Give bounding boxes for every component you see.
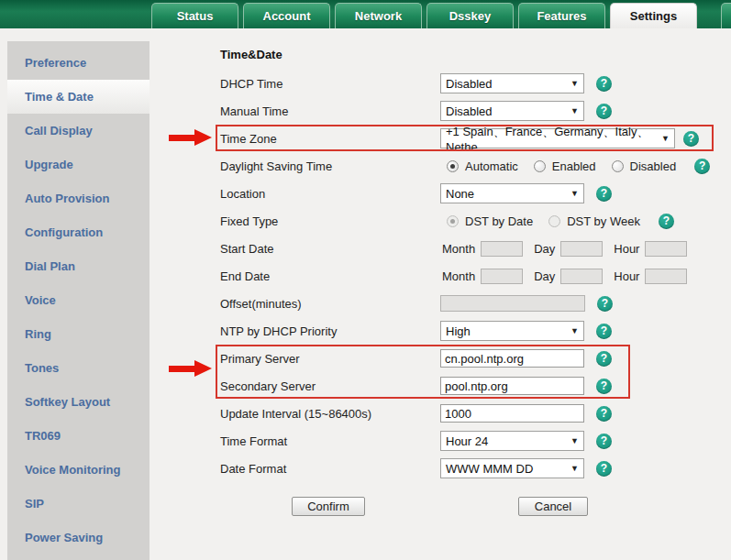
time-format-select[interactable]: Hour 24 ▼ <box>440 431 584 451</box>
help-icon[interactable]: ? <box>683 131 699 147</box>
sidebar-item-configuration[interactable]: Configuration <box>7 215 150 249</box>
tab-account[interactable]: Account <box>243 3 330 28</box>
sidebar-item-auto-provision[interactable]: Auto Provision <box>7 181 150 215</box>
sidebar-item-voice[interactable]: Voice <box>7 283 150 317</box>
end-day-input[interactable] <box>560 269 603 284</box>
time-zone-label: Time Zone <box>220 132 440 146</box>
radio-dst-by-date[interactable] <box>447 215 459 227</box>
date-format-label: Date Format <box>220 462 440 476</box>
daylight-saving-row: Daylight Saving Time Automatic Enabled D… <box>220 152 730 180</box>
end-date-row: End Date Month Day Hour <box>220 262 730 290</box>
help-icon[interactable]: ? <box>596 434 612 449</box>
offset-label: Offset(minutes) <box>220 297 440 311</box>
secondary-server-row: Secondary Server ? <box>220 372 730 400</box>
ntp-dhcp-priority-value: High <box>446 324 471 338</box>
offset-row: Offset(minutes) ? <box>220 290 730 317</box>
radio-dst-by-week[interactable] <box>548 215 560 227</box>
radio-disabled-label: Disabled <box>630 159 677 173</box>
manual-time-row: Manual Time Disabled ▼ ? <box>220 97 730 125</box>
sidebar-item-voice-monitoring[interactable]: Voice Monitoring <box>7 453 150 487</box>
help-icon[interactable]: ? <box>596 76 612 92</box>
radio-automatic[interactable] <box>447 160 459 172</box>
sidebar-item-time-date[interactable]: Time & Date <box>7 80 150 114</box>
confirm-button[interactable]: Confirm <box>292 497 365 516</box>
radio-dst-by-date-label: DST by Date <box>465 214 533 228</box>
tab-status[interactable]: Status <box>151 3 238 28</box>
settings-sidebar: Preference Time & Date Call Display Upgr… <box>7 41 150 560</box>
radio-automatic-label: Automatic <box>465 159 518 173</box>
help-icon[interactable]: ? <box>596 406 612 422</box>
start-date-label: Start Date <box>220 242 440 256</box>
fixed-type-label: Fixed Type <box>220 214 440 228</box>
location-value: None <box>446 187 474 201</box>
secondary-server-input[interactable] <box>440 377 584 395</box>
sidebar-item-sip[interactable]: SIP <box>7 487 150 521</box>
dhcp-time-value: Disabled <box>446 77 493 91</box>
day-label: Day <box>534 269 555 283</box>
cancel-button[interactable]: Cancel <box>518 497 588 516</box>
start-month-input[interactable] <box>481 241 523 257</box>
page-title: Time&Date <box>220 48 282 61</box>
month-label: Month <box>442 242 475 256</box>
tab-dsskey[interactable]: Dsskey <box>426 3 514 28</box>
hour-label: Hour <box>614 269 639 283</box>
time-date-panel: Time&Date DHCP Time Disabled ▼ ? Manual … <box>150 28 731 560</box>
radio-disabled[interactable] <box>612 160 624 172</box>
time-zone-value: +1 Spain、France、Germany、Italy、Nethe <box>446 124 658 154</box>
help-icon[interactable]: ? <box>694 159 710 174</box>
time-zone-select[interactable]: +1 Spain、France、Germany、Italy、Nethe ▼ <box>440 128 675 148</box>
ntp-dhcp-priority-label: NTP by DHCP Priority <box>220 324 440 338</box>
sidebar-item-softkey-layout[interactable]: Softkey Layout <box>7 385 150 419</box>
hour-label: Hour <box>614 242 639 256</box>
help-icon[interactable]: ? <box>596 324 612 339</box>
end-month-input[interactable] <box>481 269 523 284</box>
settings-form: DHCP Time Disabled ▼ ? Manual Time Disab… <box>220 70 730 482</box>
sidebar-item-power-saving[interactable]: Power Saving <box>7 521 150 555</box>
daylight-saving-label: Daylight Saving Time <box>220 159 440 173</box>
sidebar-item-upgrade[interactable]: Upgrade <box>7 148 150 181</box>
start-hour-input[interactable] <box>645 241 687 257</box>
date-format-select[interactable]: WWW MMM DD ▼ <box>440 458 584 478</box>
secondary-server-label: Secondary Server <box>220 379 440 393</box>
end-hour-input[interactable] <box>645 269 687 284</box>
primary-server-input[interactable] <box>440 349 584 368</box>
tab-features[interactable]: Features <box>518 3 605 28</box>
tab-settings[interactable]: Settings <box>610 3 697 28</box>
ntp-dhcp-priority-select[interactable]: High ▼ <box>440 321 584 341</box>
help-icon[interactable]: ? <box>596 104 612 119</box>
dhcp-time-row: DHCP Time Disabled ▼ ? <box>220 70 730 97</box>
radio-enabled[interactable] <box>534 160 546 172</box>
ntp-dhcp-priority-row: NTP by DHCP Priority High ▼ ? <box>220 317 730 345</box>
fixed-type-row: Fixed Type DST by Date DST by Week ? <box>220 207 730 235</box>
dhcp-time-label: DHCP Time <box>220 77 440 91</box>
sidebar-item-dial-plan[interactable]: Dial Plan <box>7 249 150 283</box>
sidebar-item-tr069[interactable]: TR069 <box>7 419 150 453</box>
help-icon[interactable]: ? <box>659 214 674 229</box>
start-day-input[interactable] <box>560 241 603 257</box>
help-icon[interactable]: ? <box>596 461 612 477</box>
sidebar-item-preference[interactable]: Preference <box>7 46 150 80</box>
location-label: Location <box>220 187 440 201</box>
location-select[interactable]: None ▼ <box>440 183 584 203</box>
primary-server-label: Primary Server <box>220 352 440 366</box>
offset-input[interactable] <box>440 295 585 312</box>
manual-time-select[interactable]: Disabled ▼ <box>440 101 584 121</box>
sidebar-item-call-display[interactable]: Call Display <box>7 114 150 148</box>
time-format-row: Time Format Hour 24 ▼ ? <box>220 427 730 455</box>
help-icon[interactable]: ? <box>596 351 612 367</box>
location-row: Location None ▼ ? <box>220 180 730 207</box>
help-icon[interactable]: ? <box>596 186 612 202</box>
sidebar-item-ring[interactable]: Ring <box>7 317 150 351</box>
tab-partial[interactable] <box>721 3 731 28</box>
update-interval-input[interactable] <box>440 404 584 423</box>
month-label: Month <box>442 269 475 283</box>
start-date-row: Start Date Month Day Hour <box>220 235 730 262</box>
help-icon[interactable]: ? <box>597 296 613 312</box>
tab-network[interactable]: Network <box>335 3 422 28</box>
primary-server-row: Primary Server ? <box>220 345 730 372</box>
dropdown-arrow-icon: ▼ <box>570 326 579 335</box>
time-zone-row: Time Zone +1 Spain、France、Germany、Italy、… <box>220 125 730 152</box>
dhcp-time-select[interactable]: Disabled ▼ <box>440 73 584 93</box>
sidebar-item-tones[interactable]: Tones <box>7 351 150 385</box>
help-icon[interactable]: ? <box>596 379 612 394</box>
